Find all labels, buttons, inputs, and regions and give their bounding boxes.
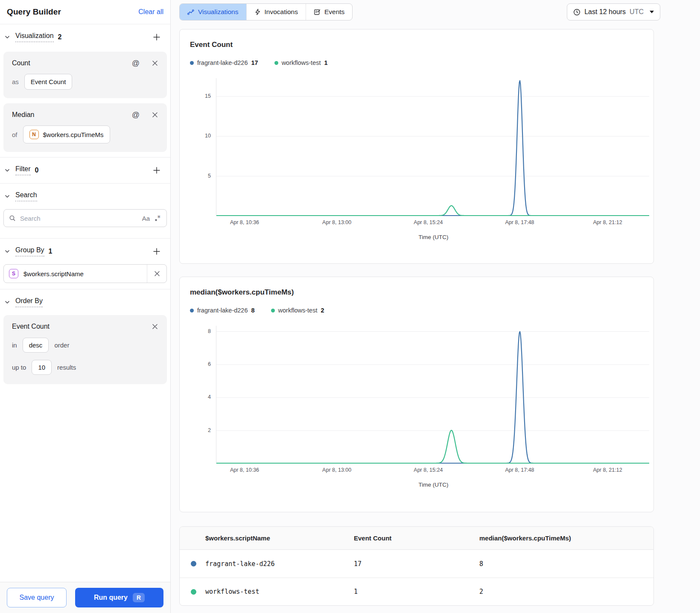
x-axis-tick-label: Apr 8, 17:48 [505,467,534,473]
remove-visualization-button[interactable] [152,111,158,118]
line-chart-icon [187,9,194,15]
x-axis-tick-label: Apr 8, 15:24 [414,219,443,225]
results-word: results [57,364,76,371]
remove-group-by-button[interactable] [147,265,166,283]
sidebar-footer: Save query Run query R [0,582,170,613]
legend-item[interactable]: workflows-test2 [271,307,324,314]
group-by-field: $workers.scriptName [23,270,147,277]
column-header-event-count[interactable]: Event Count [354,534,479,542]
clear-all-button[interactable]: Clear all [138,8,163,16]
remove-visualization-button[interactable] [152,60,158,67]
alias-at-icon[interactable]: @ [132,111,140,119]
chevron-down-icon [4,193,10,199]
group-by-chip[interactable]: S $workers.scriptName [3,264,167,283]
legend-color-dot [190,61,194,65]
x-axis-tick-label: Apr 8, 21:12 [593,467,622,473]
results-table: $workers.scriptName Event Count median($… [179,526,654,606]
match-case-icon[interactable]: Aa [142,215,150,222]
section-header-order-by[interactable]: Order By [3,289,167,315]
y-axis-tick-label: 15 [205,93,211,99]
legend-series-name: fragrant-lake-d226 [197,307,248,314]
chart-card-event-count: Event Count fragrant-lake-d22617workflow… [179,29,654,264]
query-builder-sidebar: Query Builder Clear all Visualization 2 … [0,0,171,613]
cell-median: 2 [479,588,653,595]
sidebar-header: Query Builder Clear all [0,0,170,24]
y-axis-tick-label: 10 [205,133,211,139]
chevron-down-icon [4,248,10,254]
x-axis-tick-label: Apr 8, 21:12 [593,219,622,225]
chart-plot[interactable] [216,326,649,464]
cell-script-name: fragrant-lake-d226 [205,560,275,568]
aggregation-name: Median [12,111,34,119]
legend-item[interactable]: fragrant-lake-d2268 [190,307,255,314]
time-range-picker[interactable]: Last 12 hours UTC [567,3,660,20]
legend-series-value: 8 [251,307,255,314]
plus-icon [152,166,161,175]
caret-down-icon [650,11,654,13]
search-input[interactable] [20,215,138,222]
time-range-label: Last 12 hours [584,8,626,16]
add-group-by-button[interactable] [152,246,162,257]
field-value-box[interactable]: N $workers.cpuTimeMs [23,126,110,143]
x-axis-tick-label: Apr 8, 10:36 [230,467,259,473]
y-axis: 2468 [190,326,216,464]
search-box: Aa * [3,209,167,227]
legend-color-dot [271,309,275,312]
chevron-down-icon [4,299,10,305]
main-content: Visualizations Invocations Events Last 1… [171,0,700,613]
regex-icon[interactable]: * [154,215,161,222]
section-header-group-by[interactable]: Group By 1 [3,239,167,264]
remove-order-by-button[interactable] [152,323,158,330]
legend-series-name: workflows-test [282,59,321,66]
tab-visualizations[interactable]: Visualizations [180,4,246,20]
section-count: 1 [49,248,52,255]
connector-word: of [12,131,18,138]
tab-invocations[interactable]: Invocations [246,4,306,20]
section-header-visualization[interactable]: Visualization 2 [3,24,167,50]
x-axis-tick-label: Apr 8, 13:00 [322,467,351,473]
close-icon [154,270,160,277]
save-query-button[interactable]: Save query [7,588,67,607]
run-query-button[interactable]: Run query R [75,588,163,607]
chart-legend: fragrant-lake-d22617workflows-test1 [190,59,651,66]
x-axis-tick-label: Apr 8, 17:48 [505,219,534,225]
section-count: 2 [58,33,62,41]
add-visualization-button[interactable] [152,32,162,42]
table-row[interactable]: fragrant-lake-d226178 [180,550,653,578]
chart-title: median($workers.cpuTimeMs) [190,288,651,297]
chart-legend: fragrant-lake-d2268workflows-test2 [190,307,651,314]
plus-icon [152,247,161,256]
order-by-card: Event Count in desc order up to 10 resul… [3,315,167,384]
section-label: Order By [15,297,43,307]
section-header-filter[interactable]: Filter 0 [3,158,167,183]
table-row[interactable]: workflows-test12 [180,578,653,605]
clock-icon [573,9,580,16]
section-label: Search [15,191,37,201]
tab-label: Invocations [265,8,298,16]
series-color-dot [191,561,196,566]
alias-at-icon[interactable]: @ [132,59,140,67]
x-axis-title: Time (UTC) [216,482,651,488]
legend-item[interactable]: workflows-test1 [274,59,328,66]
result-limit-input[interactable]: 10 [32,360,52,375]
y-axis-tick-label: 5 [208,173,211,179]
cell-script-name: workflows-test [205,588,259,595]
string-field-icon: S [9,269,18,278]
x-axis: Apr 8, 10:36Apr 8, 13:00Apr 8, 15:24Apr … [216,219,649,227]
column-header-script-name[interactable]: $workers.scriptName [180,534,354,542]
view-tabs: Visualizations Invocations Events [179,3,353,20]
x-axis-title: Time (UTC) [216,234,651,240]
section-count: 0 [35,166,39,174]
legend-series-name: workflows-test [278,307,318,314]
tab-events[interactable]: Events [306,4,352,20]
alias-value-box[interactable]: Event Count [24,74,73,90]
chart-plot[interactable] [216,78,649,216]
column-header-median[interactable]: median($workers.cpuTimeMs) [479,534,653,542]
add-filter-button[interactable] [152,165,162,175]
legend-item[interactable]: fragrant-lake-d22617 [190,59,258,66]
sort-direction-select[interactable]: desc [23,338,49,353]
close-icon [152,323,158,330]
section-header-search[interactable]: Search [3,184,167,209]
series-line-workflows-test [216,206,649,216]
x-axis: Apr 8, 10:36Apr 8, 13:00Apr 8, 15:24Apr … [216,467,649,475]
